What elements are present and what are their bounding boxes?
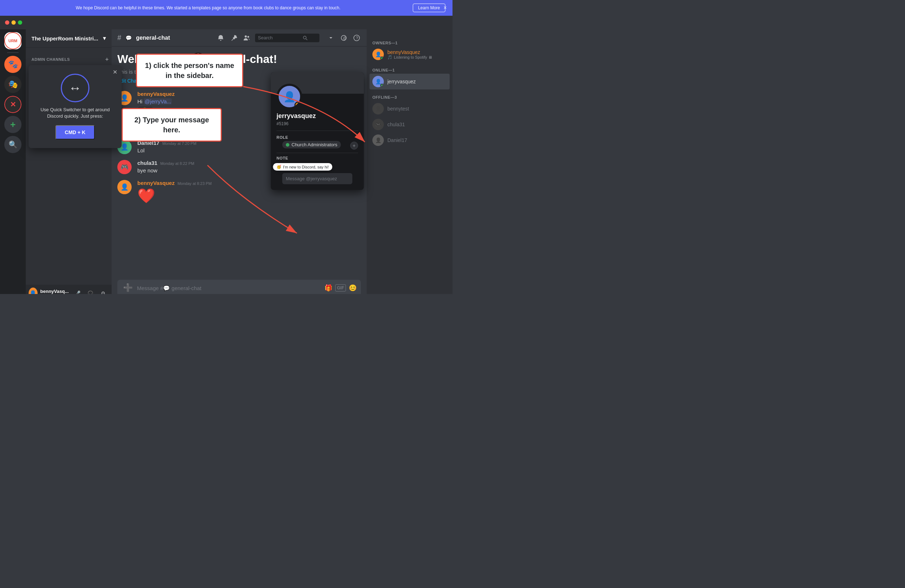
title-bar <box>0 16 452 29</box>
gear-icon: ⚙ <box>101 290 106 294</box>
message-timestamp: Monday at 8:22 PM <box>160 161 194 166</box>
server-icon-1[interactable]: 🐾 <box>4 56 21 73</box>
member-name: bennytest <box>387 106 447 112</box>
profile-avatar-area: 👤 🌙 <box>271 84 364 109</box>
profile-message-input[interactable]: Message @jerryvasquez <box>282 173 352 184</box>
banner-close-button[interactable]: × <box>443 5 447 11</box>
instruction-box-2: 2) Type your message here. <box>122 108 222 142</box>
add-role-button[interactable]: + <box>350 142 358 149</box>
user-avatar: 👤 <box>29 288 38 294</box>
server-icon-3[interactable]: ✕ <box>4 96 21 113</box>
owners-section-title: OWNERS—1 <box>370 35 449 46</box>
role-badge[interactable]: Church Administrators <box>282 141 341 149</box>
gift-button[interactable]: 🎁 <box>324 284 332 292</box>
deafen-button[interactable]: 🎧 <box>84 288 96 294</box>
emoji-button[interactable]: 😊 <box>349 284 357 292</box>
member-item-jerry[interactable]: 👤 jerryvasquez <box>370 74 449 89</box>
user-info: bennyVasq... #8491 <box>40 288 69 294</box>
add-server-button[interactable]: + <box>4 116 21 133</box>
server-name: The UpperRoom Ministri... <box>32 35 98 41</box>
traffic-lights <box>5 21 22 25</box>
maximize-button[interactable] <box>18 21 22 25</box>
learn-more-button[interactable]: Learn More <box>413 3 445 12</box>
member-item-benny-owner[interactable]: 👤 bennyVasquez 🎵 Listening to Spotify 🖥 <box>370 46 449 62</box>
help-button[interactable]: ? <box>352 33 361 42</box>
member-avatar: 👤 <box>372 49 384 60</box>
discover-servers-button[interactable]: 🔍 <box>4 136 21 153</box>
search-bar[interactable] <box>255 33 319 42</box>
new-user-badge: 🥳 I'm new to Discord, say hi! <box>273 163 332 171</box>
mention[interactable]: @jerryVa... <box>144 98 172 105</box>
mute-button[interactable]: 🎤 <box>71 288 83 294</box>
shortcut-button[interactable]: CMD + K <box>56 125 95 139</box>
message-avatar: 🎮 <box>117 160 132 174</box>
profile-card: 👤 🌙 jerryvasquez #5196 ROLE Church Admin… <box>271 72 364 190</box>
svg-point-0 <box>245 35 247 38</box>
svg-point-2 <box>303 36 306 39</box>
svg-text:@: @ <box>343 36 347 40</box>
close-button[interactable] <box>5 21 9 25</box>
member-info: jerryvasquez <box>387 79 447 84</box>
member-info: bennyVasquez 🎵 Listening to Spotify 🖥 <box>387 49 447 60</box>
inbox-button[interactable]: @ <box>340 33 348 42</box>
member-sidebar: OWNERS—1 👤 bennyVasquez 🎵 Listening to S… <box>367 29 452 294</box>
member-info: chula31 <box>387 122 447 127</box>
server-icon-2[interactable]: 🎭 <box>4 76 21 93</box>
role-dot <box>286 143 289 147</box>
quick-switcher-icon: ↔ <box>61 74 89 102</box>
instruction-text-2: 2) Type your message here. <box>130 115 214 135</box>
notification-banner: We hope Discord can be helpful in these … <box>0 0 452 16</box>
pinned-messages-button[interactable] <box>229 33 238 42</box>
server-divider <box>7 52 19 53</box>
spotify-icon: 🎵 <box>387 55 392 60</box>
members-list-button[interactable] <box>242 33 251 42</box>
party-icon: 🥳 <box>276 165 281 169</box>
server-sidebar: URM 🐾 🎭 ✕ + 🔍 <box>0 29 26 294</box>
message-text: ❤️ <box>137 187 361 204</box>
member-item-daniel17[interactable]: 👤 Daniel17 <box>370 132 449 148</box>
member-status: 🎵 Listening to Spotify 🖥 <box>387 55 447 60</box>
message-input[interactable] <box>137 281 322 294</box>
message-input-box: ➕ 🎁 GIF 😊 <box>117 280 361 294</box>
member-info: Daniel17 <box>387 137 447 143</box>
user-panel: 👤 bennyVasq... #8491 🎤 🎧 ⚙ <box>26 285 112 294</box>
message-author: chula31 <box>137 160 157 166</box>
member-item-bennytest[interactable]: 👤 bennytest <box>370 101 449 117</box>
download-button[interactable] <box>327 33 335 42</box>
server-icon-urm[interactable]: URM <box>4 32 21 49</box>
offline-section-title: OFFLINE—3 <box>370 89 449 101</box>
member-info: bennytest <box>387 106 447 112</box>
user-controls: 🎤 🎧 ⚙ <box>71 288 109 294</box>
input-right-icons: 🎁 GIF 😊 <box>324 284 357 292</box>
add-file-button[interactable]: ➕ <box>122 280 134 294</box>
message-input-area: ➕ 🎁 GIF 😊 <box>112 280 367 294</box>
add-admin-channel-button[interactable]: + <box>105 56 109 63</box>
svg-line-3 <box>306 39 308 40</box>
message-avatar: 👤 <box>117 180 132 194</box>
member-avatar: 👤 <box>372 76 384 87</box>
server-name-bar[interactable]: The UpperRoom Ministri... ▾ <box>26 29 112 48</box>
popup-close-button[interactable]: ✕ <box>113 69 117 76</box>
member-name: chula31 <box>387 122 447 127</box>
online-section-title: ONLINE—1 <box>370 62 449 74</box>
badge-text: I'm new to Discord, say hi! <box>283 165 329 169</box>
role-label: Church Administrators <box>292 142 337 147</box>
message-author: bennyVasquez <box>137 180 175 186</box>
minimize-button[interactable] <box>11 21 16 25</box>
quick-switcher-popup: ✕ ↔ Use Quick Switcher to get around Dis… <box>29 65 122 148</box>
member-item-chula31[interactable]: 🎮 chula31 <box>370 117 449 132</box>
mic-icon: 🎤 <box>75 290 81 294</box>
member-name: bennyVasquez <box>387 49 447 55</box>
channel-header-name: general-chat <box>136 35 170 41</box>
notifications-button[interactable] <box>216 33 225 42</box>
banner-text: We hope Discord can be helpful in these … <box>7 5 409 10</box>
user-settings-button[interactable]: ⚙ <box>97 288 109 294</box>
username: bennyVasq... <box>40 288 69 294</box>
member-avatar: 👤 <box>372 103 384 114</box>
instruction-box-1: 1) click the person's name in the sideba… <box>136 54 243 87</box>
admin-channels-category[interactable]: ADMIN CHANNELS + <box>26 51 112 64</box>
profile-avatar: 👤 🌙 <box>276 84 302 109</box>
gif-button[interactable]: GIF <box>335 284 346 292</box>
search-input[interactable] <box>258 35 301 40</box>
admin-channels-label: ADMIN CHANNELS <box>32 57 70 62</box>
